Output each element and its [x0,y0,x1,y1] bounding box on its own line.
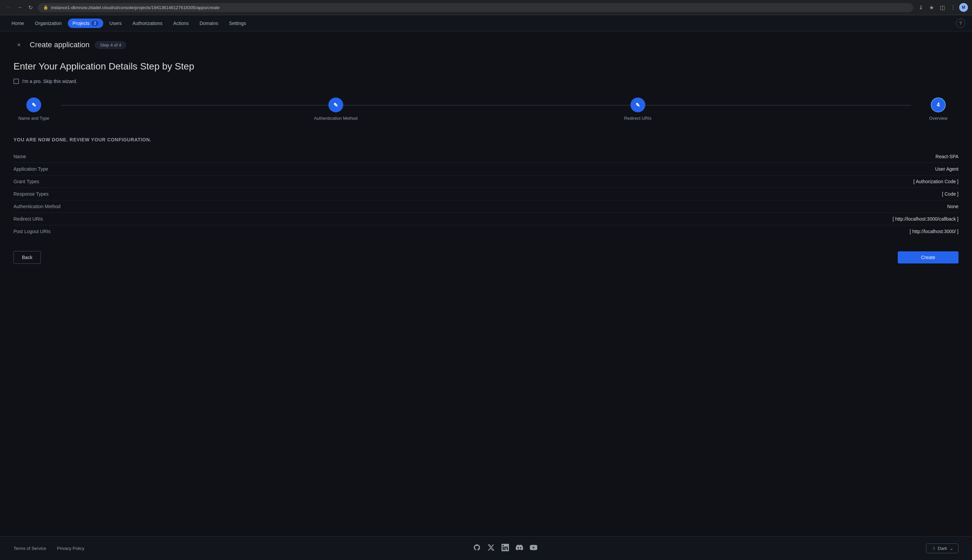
footer-links: Terms of Service Privacy Policy [13,546,84,551]
review-row-response-types: Response Types [ Code ] [13,188,959,200]
step-label-3: Redirect URIs [624,116,651,121]
linkedin-icon[interactable] [501,544,509,553]
browser-nav-buttons: ← → ↻ [4,3,35,12]
browser-forward-btn[interactable]: → [15,3,24,12]
nav-projects-badge: 2 [92,21,99,26]
step-item-3: ✎ Redirect URIs [618,97,658,121]
footer-privacy-link[interactable]: Privacy Policy [57,546,84,551]
nav-help-button[interactable]: ? [956,18,965,28]
step-4-number: 4 [937,102,940,108]
step-item-4: 4 Overview [918,97,959,121]
github-icon[interactable] [473,544,481,553]
step-circle-3: ✎ [630,97,645,112]
step-2-icon: ✎ [334,102,338,108]
step-item-1: ✎ Name and Type [13,97,54,121]
review-value-post-logout-uris: [ http://localhost:3000/ ] [910,229,959,234]
review-row-name: Name React-SPA [13,150,959,163]
review-row-redirect-uris: Redirect URIs [ http://localhost:3000/ca… [13,213,959,225]
browser-profile-avatar[interactable]: M [959,3,968,12]
nav-item-authorizations[interactable]: Authorizations [128,18,167,28]
app-navigation: Home Organization Projects 2 Users Autho… [0,15,972,32]
theme-icon: ☽ [931,546,935,551]
theme-toggle-button[interactable]: ☽ Dark ⌄ [926,543,959,553]
main-content: × Create application Step 4 of 4 Enter Y… [0,32,972,537]
twitter-icon[interactable] [488,544,495,553]
step-label-2: Authentication Method [314,116,357,121]
page-title: Create application [30,40,89,49]
review-value-redirect-uris: [ http://localhost:3000/callback ] [893,216,959,222]
lock-icon: 🔒 [43,5,48,10]
review-value-app-type: User Agent [935,166,959,172]
close-button[interactable]: × [13,40,24,50]
footer-terms-link[interactable]: Terms of Service [13,546,46,551]
youtube-icon[interactable] [530,544,537,553]
browser-bookmark-btn[interactable]: ★ [927,3,936,12]
pro-skip-checkbox[interactable] [13,78,19,84]
review-label-grant-types: Grant Types [13,179,39,184]
footer-social [473,544,537,553]
nav-item-domains[interactable]: Domains [195,18,223,28]
theme-chevron-icon: ⌄ [950,546,954,551]
review-row-app-type: Application Type User Agent [13,163,959,175]
review-label-redirect-uris: Redirect URIs [13,216,43,222]
footer: Terms of Service Privacy Policy [0,537,972,560]
browser-address-bar[interactable]: 🔒 instance1-dkmnzw.zitadel.cloud/ui/cons… [38,3,913,12]
review-label-app-type: Application Type [13,166,48,172]
step-circle-1: ✎ [26,97,41,112]
nav-item-projects-label: Projects [73,21,90,26]
review-row-post-logout-uris: Post Logout URIs [ http://localhost:3000… [13,225,959,237]
discord-icon[interactable] [516,544,523,553]
pro-checkbox-row: I'm a pro. Skip this wizard. [13,78,959,84]
page-header: × Create application Step 4 of 4 [13,40,959,50]
browser-back-btn[interactable]: ← [4,3,13,12]
review-label-auth-method: Authentication Method [13,204,60,209]
review-value-response-types: [ Code ] [942,191,959,197]
step-label-4: Overview [929,116,947,121]
browser-menu-btn[interactable]: ⋮ [949,3,958,12]
step-circle-4: 4 [931,97,946,112]
nav-item-actions[interactable]: Actions [169,18,194,28]
pro-skip-label: I'm a pro. Skip this wizard. [22,78,77,84]
review-row-auth-method: Authentication Method None [13,200,959,213]
theme-label: Dark [938,546,947,551]
nav-item-projects[interactable]: Projects 2 [68,18,103,28]
step-circle-2: ✎ [328,97,343,112]
browser-extensions-btn[interactable]: ◫ [938,3,947,12]
nav-item-home[interactable]: Home [7,18,29,28]
review-value-grant-types: [ Authorization Code ] [913,179,959,184]
browser-toolbar-icons: ⇓ ★ ◫ ⋮ M [916,3,968,12]
browser-url: instance1-dkmnzw.zitadel.cloud/ui/consol… [51,5,219,10]
review-row-grant-types: Grant Types [ Authorization Code ] [13,175,959,188]
action-row: Back Create [13,251,959,264]
review-value-auth-method: None [947,204,959,209]
step-3-icon: ✎ [636,102,640,108]
stepper: ✎ Name and Type ✎ Authentication Method … [13,97,959,121]
step-badge: Step 4 of 4 [95,41,126,49]
step-label-1: Name and Type [18,116,49,121]
create-button[interactable]: Create [898,251,959,263]
review-title: YOU ARE NOW DONE. REVIEW YOUR CONFIGURAT… [13,137,959,142]
nav-item-users[interactable]: Users [105,18,127,28]
review-label-post-logout-uris: Post Logout URIs [13,229,51,234]
step-1-icon: ✎ [32,102,36,108]
nav-item-settings[interactable]: Settings [224,18,251,28]
review-label-response-types: Response Types [13,191,48,197]
back-button[interactable]: Back [13,251,41,264]
browser-reload-btn[interactable]: ↻ [26,3,35,12]
browser-download-btn[interactable]: ⇓ [916,3,925,12]
browser-chrome: ← → ↻ 🔒 instance1-dkmnzw.zitadel.cloud/u… [0,0,972,15]
nav-items-container: Home Organization Projects 2 Users Autho… [7,18,956,28]
nav-item-organization[interactable]: Organization [30,18,66,28]
review-label-name: Name [13,154,26,159]
review-value-name: React-SPA [935,154,959,159]
review-section: YOU ARE NOW DONE. REVIEW YOUR CONFIGURAT… [13,137,959,237]
wizard-heading: Enter Your Application Details Step by S… [13,61,959,72]
step-item-2: ✎ Authentication Method [314,97,357,121]
